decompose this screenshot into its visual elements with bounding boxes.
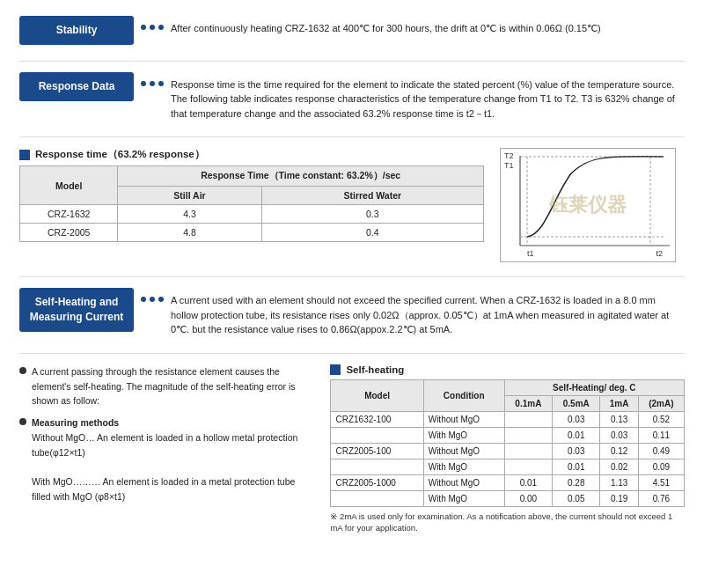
response-chart-svg xyxy=(501,149,676,262)
sh-v01 xyxy=(504,411,552,427)
stability-dots xyxy=(134,16,171,30)
sh-v05: 0.28 xyxy=(553,474,600,490)
sh-v05: 0.03 xyxy=(553,443,600,459)
sh-cond: Without MgO xyxy=(423,474,504,490)
self-heating-text: A current used with an element should no… xyxy=(171,288,685,337)
table-row: With MgO 0.01 0.02 0.09 xyxy=(331,459,685,474)
sh-v2: 0.09 xyxy=(638,459,684,474)
sh-col-2: (2mA) xyxy=(638,395,684,411)
sh-v05: 0.03 xyxy=(553,411,600,427)
chart-label-t2x: t2 xyxy=(656,249,663,258)
sh-v1: 0.02 xyxy=(600,459,638,474)
sh-col-01: 0.1mA xyxy=(504,395,552,411)
dot-4 xyxy=(141,81,146,86)
divider-4 xyxy=(19,353,685,354)
sh-v1: 0.13 xyxy=(600,411,638,427)
sh-v1: 0.19 xyxy=(600,490,638,506)
table-row: With MgO 0.00 0.05 0.19 0.76 xyxy=(331,490,685,506)
sh-cond: Without MgO xyxy=(423,411,504,427)
sh-v01: 0.01 xyxy=(504,474,552,490)
response-data-text: Response time is the time required for t… xyxy=(171,72,685,121)
response-chart-area: 钰莱仪器 T2 T1 t2 t1 xyxy=(500,148,685,262)
sh-model xyxy=(331,490,423,506)
dot-9 xyxy=(158,297,164,302)
table-row: CRZ2005-1000 Without MgO 0.01 0.28 1.13 … xyxy=(331,474,685,490)
bullet-1-text: A current passing through the resistance… xyxy=(32,364,314,408)
response-table-area: Response time（63.2% response） Model Resp… xyxy=(19,148,484,242)
self-heating-table-area: Self-heating Model Condition Self-Heatin… xyxy=(330,364,685,534)
bullet-1: A current passing through the resistance… xyxy=(19,364,314,408)
dot-5 xyxy=(150,81,155,86)
chart-label-t1x: t1 xyxy=(527,249,534,258)
sh-model: CRZ1632-100 xyxy=(331,411,423,427)
self-heating-bottom-area: A current passing through the resistance… xyxy=(19,364,685,534)
stability-section: Stability After continuously heating CRZ… xyxy=(19,16,685,45)
sh-model: CRZ2005-100 xyxy=(331,443,423,459)
without-mgo-text: Without MgO… An element is loaded in a h… xyxy=(32,430,314,460)
col-response-main: Response Time（Time constant: 63.2%）/sec xyxy=(118,166,484,187)
sh-v05: 0.05 xyxy=(553,490,600,506)
rt-still: 4.8 xyxy=(118,224,261,242)
table-row: CRZ1632-100 Without MgO 0.03 0.13 0.52 xyxy=(331,411,685,427)
sh-cond: With MgO xyxy=(423,490,504,506)
response-time-title: Response time（63.2% response） xyxy=(35,148,205,161)
rt-stirred: 0.3 xyxy=(261,205,483,224)
sh-v05: 0.01 xyxy=(553,459,600,474)
sh-v2: 0.49 xyxy=(638,443,684,459)
sh-header-bar: Self-heating xyxy=(330,364,685,375)
table-row: CRZ-2005 4.8 0.4 xyxy=(20,224,484,242)
blue-square-icon xyxy=(19,150,30,160)
sh-note: ※ 2mA is used only for examination. As a… xyxy=(330,511,685,534)
chart-label-t2: T2 xyxy=(504,151,514,160)
sh-col-model: Model xyxy=(331,379,423,411)
sh-col-05: 0.5mA xyxy=(553,395,600,411)
dot-2 xyxy=(150,25,155,30)
self-heating-section: Self-Heating and Measuring Current A cur… xyxy=(19,288,685,337)
sh-v2: 4.51 xyxy=(638,474,684,490)
sh-blue-square-icon xyxy=(330,364,341,375)
rt-model: CRZ-1632 xyxy=(20,205,118,224)
bullet-2-content: Measuring methods Without MgO… An elemen… xyxy=(32,415,314,504)
dot-8 xyxy=(150,297,155,302)
self-heating-dots xyxy=(134,288,171,302)
table-row: CRZ-1632 4.3 0.3 xyxy=(20,205,484,224)
sh-v2: 0.76 xyxy=(638,490,684,506)
rt-model: CRZ-2005 xyxy=(20,224,118,242)
sh-model xyxy=(331,459,423,474)
rt-still: 4.3 xyxy=(118,205,261,224)
response-data-dots xyxy=(134,72,171,86)
bullet-2: Measuring methods Without MgO… An elemen… xyxy=(19,415,314,504)
bullet-circle-2 xyxy=(19,418,26,425)
dot-3 xyxy=(158,25,164,30)
bullet-circle-1 xyxy=(19,367,26,374)
sh-cond: With MgO xyxy=(423,459,504,474)
table-row: CRZ2005-100 Without MgO 0.03 0.12 0.49 xyxy=(331,443,685,459)
sh-col-self-heating: Self-Heating/ deg. C xyxy=(504,379,684,395)
sh-v2: 0.11 xyxy=(638,427,684,443)
chart-label-t1: T1 xyxy=(504,161,514,170)
dot-1 xyxy=(141,25,146,30)
stability-text: After continuously heating CRZ-1632 at 4… xyxy=(171,16,685,36)
divider-3 xyxy=(19,276,685,277)
response-data-section: Response Data Response time is the time … xyxy=(19,72,685,121)
self-heating-label: Self-Heating and Measuring Current xyxy=(19,288,134,332)
sh-v05: 0.01 xyxy=(553,427,600,443)
divider-1 xyxy=(19,61,685,62)
col-model: Model xyxy=(20,166,118,205)
dot-7 xyxy=(141,297,146,302)
sh-v2: 0.52 xyxy=(638,411,684,427)
dot-6 xyxy=(158,81,164,86)
with-mgo-text: With MgO……… An element is loaded in a me… xyxy=(32,474,314,504)
response-chart: 钰莱仪器 T2 T1 t2 t1 xyxy=(500,148,676,262)
response-time-header-bar: Response time（63.2% response） xyxy=(19,148,484,161)
measuring-methods-title: Measuring methods xyxy=(32,415,314,430)
self-heating-bullets: A current passing through the resistance… xyxy=(19,364,314,534)
sh-table-title: Self-heating xyxy=(346,364,404,375)
sh-v1: 0.03 xyxy=(600,427,638,443)
sh-model: CRZ2005-1000 xyxy=(331,474,423,490)
response-time-table: Model Response Time（Time constant: 63.2%… xyxy=(19,165,484,242)
sh-cond: With MgO xyxy=(423,427,504,443)
col-stirred-water: Stirred Water xyxy=(261,187,483,205)
sh-v01 xyxy=(504,443,552,459)
sh-v01 xyxy=(504,427,552,443)
